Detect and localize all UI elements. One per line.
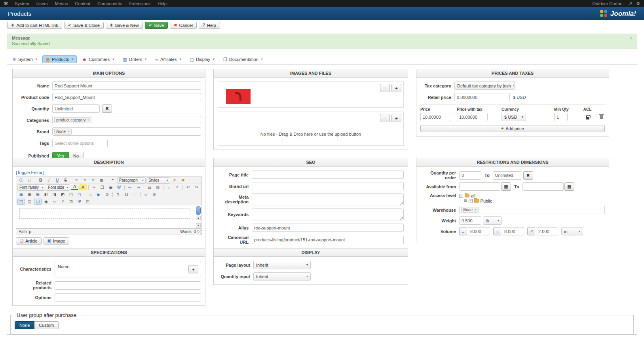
preview-icon[interactable]: ◉ xyxy=(42,199,50,205)
height-dimension-icon[interactable]: ↗ xyxy=(527,227,535,235)
checkbox-public[interactable] xyxy=(469,199,473,203)
save-and-new-button[interactable]: ✚ Save & New xyxy=(106,22,143,29)
italic-icon[interactable]: I xyxy=(45,177,53,183)
trash-icon[interactable] xyxy=(600,115,603,119)
add-image-button[interactable]: + xyxy=(391,84,401,92)
redo-icon[interactable]: ↷ xyxy=(193,184,200,190)
min-qty-input[interactable] xyxy=(554,113,568,121)
scroll-down-icon[interactable]: ▼ xyxy=(196,223,201,228)
nav-display[interactable]: ▢ Display ▾ xyxy=(186,55,218,63)
remove-chip-icon[interactable]: × xyxy=(87,118,90,122)
user-group-custom-button[interactable]: Custom xyxy=(34,321,59,329)
currency-select[interactable]: $ USD ▾ xyxy=(502,113,526,121)
brand-input[interactable]: None × xyxy=(52,127,201,136)
close-icon[interactable]: × xyxy=(630,35,633,41)
nav-affiliates[interactable]: ∞ Affiliates ▾ xyxy=(152,55,184,63)
warehouse-input[interactable]: None × xyxy=(459,206,605,214)
weight-input[interactable] xyxy=(459,216,481,225)
scroll-up-icon[interactable]: ▲ xyxy=(196,216,201,220)
topmenu-users[interactable]: Users xyxy=(33,1,51,6)
unlink-icon[interactable]: ⊘ xyxy=(150,192,158,197)
table-row-properties-icon[interactable]: ⊞ xyxy=(26,192,33,197)
alias-input[interactable] xyxy=(252,224,404,232)
quantity-min-input[interactable] xyxy=(459,171,481,180)
nav-customers[interactable]: ☻ Customers ▾ xyxy=(78,55,118,63)
available-to-input[interactable] xyxy=(522,182,564,191)
topmenu-components[interactable]: Components xyxy=(94,1,125,6)
paragraph-format-select[interactable]: Paragraph ▾ xyxy=(117,177,146,184)
external-link-icon[interactable]: ↗ xyxy=(629,1,632,6)
quantity-input-select[interactable]: Inherit ▾ xyxy=(253,272,311,281)
nav-system[interactable]: ⚙ System ▾ xyxy=(9,55,41,63)
help-button[interactable]: ? Help xyxy=(199,22,220,29)
upload-file-button[interactable]: ↑ xyxy=(380,114,390,122)
price-input[interactable] xyxy=(420,113,451,121)
subscript-icon[interactable]: ₂ xyxy=(165,184,173,190)
clear-quantity-button[interactable]: ✖ xyxy=(102,104,112,113)
insert-image-button[interactable]: ▣ Image xyxy=(44,237,69,245)
page-layout-select[interactable]: Inherit ▾ xyxy=(253,261,311,269)
align-right-icon[interactable]: ≡ xyxy=(89,177,97,183)
highlight-color-icon[interactable]: A xyxy=(79,184,87,190)
upload-image-button[interactable]: ↑ xyxy=(380,84,390,92)
retail-price-input[interactable] xyxy=(454,93,510,101)
expander-icon[interactable]: ⊞ xyxy=(464,199,467,203)
height-input[interactable] xyxy=(536,227,558,235)
emoticons-icon[interactable]: ☺ xyxy=(87,192,94,197)
blockquote-icon[interactable]: ❝ xyxy=(109,177,116,183)
clear-quantity-max-button[interactable]: ✖ xyxy=(523,171,533,180)
table-icon[interactable]: ▦ xyxy=(17,192,25,197)
insert-row-before-icon[interactable]: ◧ xyxy=(42,192,50,197)
clear-formatting-icon[interactable]: ✗ xyxy=(171,177,179,183)
brand-chip[interactable]: None × xyxy=(54,129,72,135)
fullscreen-icon[interactable]: ◳ xyxy=(84,199,91,205)
length-input[interactable] xyxy=(468,227,490,235)
insert-link-icon[interactable]: ∞ xyxy=(142,192,150,197)
width-input[interactable] xyxy=(502,227,524,235)
user-group-none-button[interactable]: None xyxy=(15,321,34,329)
length-dimension-icon[interactable]: ↔ xyxy=(459,227,467,235)
editor-content-area[interactable]: ▲ ▼ xyxy=(16,205,201,228)
canonical-url-input[interactable] xyxy=(252,236,404,244)
save-button[interactable]: ✔ Save xyxy=(145,22,168,29)
quantity-input[interactable] xyxy=(52,104,100,113)
tree-node-label[interactable]: Public xyxy=(481,199,492,203)
add-characteristic-button[interactable]: + xyxy=(188,265,198,273)
align-justify-icon[interactable]: ≣ xyxy=(98,177,105,183)
available-from-input[interactable] xyxy=(459,182,500,191)
align-left-icon[interactable]: ≡ xyxy=(73,177,80,183)
source-code-icon[interactable]: ‹› xyxy=(51,199,58,205)
new-document-icon[interactable]: ▢ xyxy=(26,177,33,183)
site-name-link[interactable]: Outdoor Curtai... xyxy=(593,1,625,6)
paste-word-icon[interactable]: W xyxy=(115,184,123,190)
strikethrough-icon[interactable]: S xyxy=(62,177,69,183)
warehouse-chip[interactable]: None × xyxy=(461,207,479,213)
cut-icon[interactable]: ✂ xyxy=(90,184,98,190)
anchor-icon[interactable]: Ψ xyxy=(76,199,83,205)
topmenu-menus[interactable]: Menus xyxy=(51,1,71,6)
numbered-list-icon[interactable]: ▥ xyxy=(154,184,161,190)
visual-chars-icon[interactable]: ¶ xyxy=(114,192,122,197)
remove-chip-icon[interactable]: × xyxy=(67,130,70,134)
styles-select[interactable]: Styles ▾ xyxy=(146,177,170,184)
topmenu-content[interactable]: Content xyxy=(72,1,94,6)
price-with-tax-input[interactable] xyxy=(457,113,488,121)
add-file-button[interactable]: + xyxy=(391,114,401,122)
lock-icon[interactable] xyxy=(586,117,589,119)
quantity-max-input[interactable] xyxy=(493,171,521,180)
add-price-button[interactable]: + Add price xyxy=(420,125,605,132)
bold-icon[interactable]: B xyxy=(37,177,44,183)
gear-icon[interactable]: ⚙ xyxy=(636,1,640,6)
insert-date-icon[interactable]: ⊙ xyxy=(103,192,111,197)
keywords-textarea[interactable] xyxy=(252,209,404,220)
align-center-icon[interactable]: ≡ xyxy=(81,177,89,183)
undo-icon[interactable]: ↶ xyxy=(184,184,192,190)
related-products-input[interactable] xyxy=(55,281,201,290)
brand-url-input[interactable] xyxy=(252,182,404,190)
insert-column-icon[interactable]: ◫ xyxy=(67,192,75,197)
paste-icon[interactable]: ▣ xyxy=(107,184,114,190)
visual-aid-icon[interactable]: ◱ xyxy=(26,199,33,205)
calendar-icon[interactable]: ▦ xyxy=(501,182,511,191)
table-cell-properties-icon[interactable]: ⊟ xyxy=(34,192,42,197)
insert-article-button[interactable]: ❏ Article xyxy=(16,237,42,245)
